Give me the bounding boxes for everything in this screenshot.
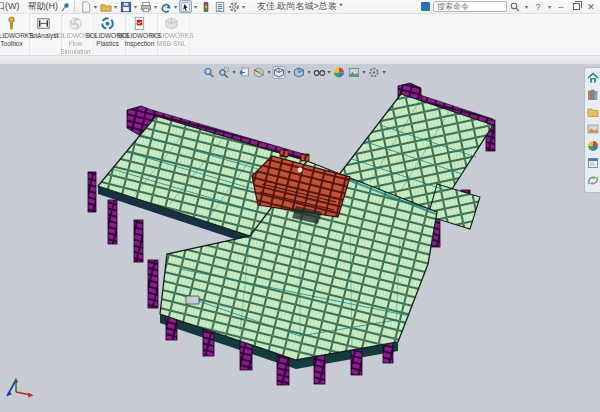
undo-icon[interactable] [159,0,172,13]
view-palette-icon[interactable] [587,123,599,135]
slab-opening [186,296,199,304]
solidworks-resources-icon[interactable] [587,72,599,84]
graphics-area[interactable]: ▾ ▾ ▾ ▾ ▾ ▾ ▾ [0,64,600,412]
section-view-icon[interactable] [252,66,265,79]
dropdown-caret[interactable]: ▾ [328,69,331,75]
inspection-icon [132,16,147,31]
previous-view-icon[interactable] [237,66,250,79]
addin-mbd-button: SOLIDWORKSMBD SNL [154,14,190,55]
coordinate-triad [2,372,36,402]
view-orientation-icon[interactable] [272,66,285,79]
headsup-toolbar: ▾ ▾ ▾ ▾ ▾ ▾ ▾ [202,65,385,79]
custom-properties-icon[interactable] [587,157,599,169]
view-settings-icon[interactable] [368,66,381,79]
dropdown-caret[interactable]: ▾ [383,69,386,75]
restore-button[interactable] [570,2,582,12]
help-button[interactable]: ? [532,2,544,12]
dropdown-caret[interactable]: ▾ [154,4,157,10]
titlebar: 窗口(W) 帮助(H) ▾ ▾ ▾ ▾ ▾ ▾ ▾ [0,0,600,14]
select-icon[interactable] [179,0,192,13]
menu-window[interactable]: 窗口(W) [0,0,20,13]
mbd-icon [164,16,179,31]
flow-icon [68,16,83,31]
plastics-icon [100,16,115,31]
file-explorer-icon[interactable] [587,106,599,118]
help-dropdown-caret[interactable]: ▾ [548,4,551,10]
dropdown-caret[interactable]: ▾ [307,69,310,75]
task-pane-tabs [584,67,600,193]
print-icon[interactable] [139,0,152,13]
dropdown-caret[interactable]: ▾ [232,69,235,75]
separator [74,1,75,12]
dropdown-caret[interactable]: ▾ [363,69,366,75]
save-icon[interactable] [119,0,132,13]
formwork-assembly-model[interactable] [0,64,600,412]
close-button[interactable]: ✕ [585,2,597,12]
dropdown-caret[interactable]: ▾ [194,4,197,10]
quick-toolbar: ▾ ▾ ▾ ▾ ▾ ▾ ▾ [79,0,246,13]
edit-appearance-icon[interactable] [333,66,346,79]
addin-label: SOLIDWORKSMBD SNL [149,32,193,48]
solidworks-forum-icon[interactable] [587,174,599,186]
new-document-icon[interactable] [79,0,92,13]
zoom-to-area-icon[interactable] [217,66,230,79]
open-icon[interactable] [99,0,112,13]
addin-label: SOLIDWORKSFlowSimulation [53,32,97,56]
appearances-scenes-icon[interactable] [587,140,599,152]
solidworks-logo-icon [421,2,430,11]
dropdown-caret[interactable]: ▾ [94,4,97,10]
zoom-to-fit-icon[interactable] [202,66,215,79]
pin-menu-icon[interactable] [60,2,70,12]
display-style-icon[interactable] [292,66,305,79]
file-properties-icon[interactable] [213,0,226,13]
hide-show-items-icon[interactable] [313,66,326,79]
design-library-icon[interactable] [587,89,599,101]
search-dropdown-caret[interactable]: ▾ [525,4,528,10]
addin-flow-button: SOLIDWORKSFlowSimulation [58,14,94,55]
dropdown-caret[interactable]: ▾ [287,69,290,75]
menu-help[interactable]: 帮助(H) [28,0,59,13]
restore-icon [573,3,580,10]
dropdown-caret[interactable]: ▾ [114,4,117,10]
commandmanager-ribbon: SOLIDWORKSToolbox TolAnalyst SOLIDWORKSF… [0,14,600,56]
dropdown-caret[interactable]: ▾ [174,4,177,10]
dropdown-caret[interactable]: ▾ [267,69,270,75]
minimize-button[interactable]: – [555,2,567,12]
options-gear-icon[interactable] [227,0,240,13]
apply-scene-icon[interactable] [348,66,361,79]
tolanalyst-icon [36,16,51,31]
ribbon-bottom-strip [0,56,600,64]
search-input[interactable] [433,1,507,12]
toolbox-icon [4,16,19,31]
dropdown-caret[interactable]: ▾ [242,4,245,10]
search-icon[interactable] [510,0,521,13]
menu-bar: 窗口(W) 帮助(H) [0,0,58,13]
rebuild-icon[interactable] [199,0,212,13]
dropdown-caret[interactable]: ▾ [134,4,137,10]
